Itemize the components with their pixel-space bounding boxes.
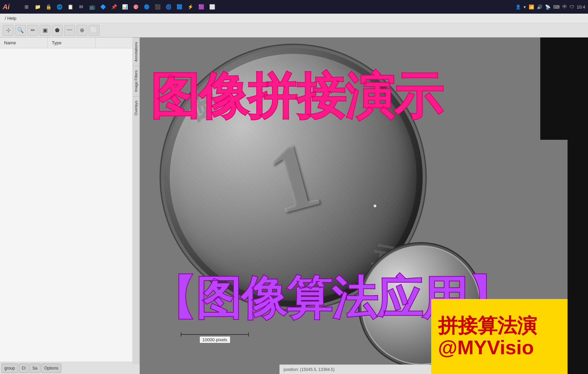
taskbar-icon-14[interactable]: 🌀 bbox=[164, 2, 173, 12]
taskbar-icon-10[interactable]: 📊 bbox=[120, 2, 130, 12]
taskbar-icon-4[interactable]: 🌐 bbox=[55, 2, 64, 12]
save-button[interactable]: Sa bbox=[29, 363, 41, 373]
taskbar-icon-15[interactable]: 🟦 bbox=[175, 2, 184, 12]
taskbar-icon-7[interactable]: 📺 bbox=[87, 2, 97, 12]
taskbar-time: 10:4 bbox=[577, 4, 585, 10]
taskbar-network[interactable]: 📶 bbox=[529, 4, 534, 10]
taskbar-icon-1[interactable]: ⊞ bbox=[22, 2, 31, 12]
table-header: Name Type bbox=[0, 38, 139, 48]
toolbar: ⊹ 🔍 ✏ ▣ ⬟ 〰 ⊕ ⬜ bbox=[0, 23, 588, 38]
taskbar-icons: ⊞ 📁 🔒 🌐 📋 ✉ 📺 🔷 📌 📊 🎯 🔵 ⬛ 🌀 🟦 ⚡ 🟪 ⬜ bbox=[22, 2, 515, 12]
taskbar-icon-8[interactable]: 🔷 bbox=[98, 2, 108, 12]
taskbar-keyboard[interactable]: ⌨ bbox=[553, 4, 560, 10]
col-header-name: Name bbox=[0, 38, 48, 48]
taskbar-icon-3[interactable]: 🔒 bbox=[44, 2, 53, 12]
taskbar-icon-6[interactable]: ✉ bbox=[76, 2, 86, 12]
taskbar-antivirus[interactable]: 🛡 bbox=[570, 4, 574, 10]
coin-container: 1 圆 元 bbox=[157, 38, 447, 344]
taskbar-icon-2[interactable]: 📁 bbox=[33, 2, 42, 12]
app-window: / Help ⊹ 🔍 ✏ ▣ ⬟ 〰 ⊕ ⬜ Name Type bbox=[0, 14, 588, 374]
tool-draw[interactable]: ✏ bbox=[27, 25, 38, 36]
tool-zoom[interactable]: 🔍 bbox=[15, 25, 26, 36]
tool-polygon[interactable]: ⬟ bbox=[52, 25, 63, 36]
app-logo: Ai bbox=[3, 3, 19, 11]
tool-move[interactable]: ⊹ bbox=[3, 25, 14, 36]
tool-point[interactable]: ⊕ bbox=[76, 25, 87, 36]
left-panel: Name Type group Cl Sa Options bbox=[0, 38, 140, 374]
status-bar: position: (15045.5, 13394.5) bbox=[280, 364, 547, 374]
black-corner-top bbox=[540, 38, 568, 140]
taskbar-icon-5[interactable]: 📋 bbox=[65, 2, 75, 12]
tool-select-rect[interactable]: ▣ bbox=[40, 25, 50, 36]
panel-side-tabs: Annotations Image Filters Overlays bbox=[132, 38, 140, 364]
taskbar: Ai ⊞ 📁 🔒 🌐 📋 ✉ 📺 🔷 📌 📊 🎯 🔵 ⬛ 🌀 🟦 ⚡ 🟪 ⬜ 👤… bbox=[0, 0, 588, 14]
taskbar-volume[interactable]: 🔊 bbox=[537, 4, 542, 10]
tab-annotations[interactable]: Annotations bbox=[132, 38, 139, 66]
coin-small bbox=[361, 245, 481, 365]
taskbar-icon-16[interactable]: ⚡ bbox=[185, 2, 195, 12]
taskbar-dropdown[interactable]: ▾ bbox=[524, 4, 526, 10]
clear-button[interactable]: Cl bbox=[19, 363, 29, 373]
taskbar-user-icon[interactable]: 👤 bbox=[515, 4, 521, 10]
taskbar-icon-9[interactable]: 📌 bbox=[109, 2, 119, 12]
image-area[interactable]: 1 圆 元 10000 pixels 图像拼接演示 【图像算法应用】 bbox=[140, 38, 568, 374]
scale-bar: 10000 pixels bbox=[181, 334, 249, 343]
col-header-type: Type bbox=[48, 38, 95, 48]
menu-bar: / Help bbox=[0, 14, 588, 23]
right-panel bbox=[568, 38, 588, 374]
table-body bbox=[0, 48, 139, 374]
group-button[interactable]: group bbox=[1, 363, 18, 373]
taskbar-icon-12[interactable]: 🔵 bbox=[142, 2, 151, 12]
tool-eraser[interactable]: ⬜ bbox=[89, 25, 100, 36]
options-button[interactable]: Options bbox=[41, 363, 61, 373]
taskbar-icon-13[interactable]: ⬛ bbox=[153, 2, 162, 12]
taskbar-wifi[interactable]: 📡 bbox=[545, 4, 551, 10]
taskbar-icon-11[interactable]: 🎯 bbox=[131, 2, 140, 12]
status-text: position: (15045.5, 13394.5) bbox=[284, 367, 334, 372]
menu-help[interactable]: / Help bbox=[3, 15, 18, 21]
taskbar-right: 👤 ▾ 📶 🔊 📡 ⌨ 中 🛡 10:4 bbox=[515, 4, 585, 10]
taskbar-language[interactable]: 中 bbox=[562, 4, 567, 10]
scale-label: 10000 pixels bbox=[199, 336, 230, 343]
selection-rect bbox=[518, 336, 566, 367]
tab-overlays[interactable]: Overlays bbox=[132, 96, 139, 119]
scale-line bbox=[181, 334, 249, 335]
bottom-buttons: group Cl Sa Options bbox=[0, 362, 139, 374]
crosshair bbox=[374, 205, 376, 207]
content-area: Name Type group Cl Sa Options Annotation… bbox=[0, 38, 588, 374]
tab-image-filters[interactable]: Image Filters bbox=[132, 66, 139, 96]
taskbar-icon-17[interactable]: 🟪 bbox=[196, 2, 206, 12]
taskbar-icon-18[interactable]: ⬜ bbox=[207, 2, 217, 12]
tool-freehand[interactable]: 〰 bbox=[64, 25, 75, 36]
